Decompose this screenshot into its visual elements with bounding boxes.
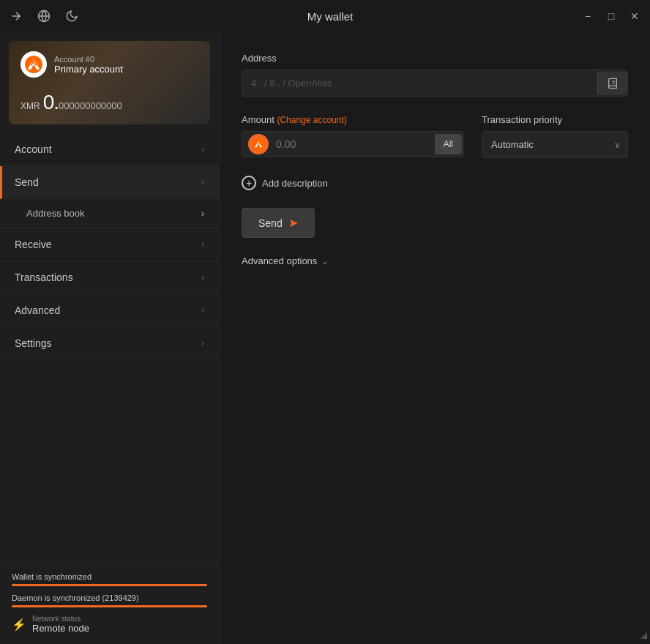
wallet-sync-label: Wallet is synchronized [12, 572, 207, 581]
amount-input-wrapper: All [242, 131, 464, 157]
globe-icon[interactable] [37, 9, 51, 23]
chevron-down-icon: ⌄ [321, 256, 329, 266]
send-nav-label: Send [15, 176, 39, 188]
daemon-sync-fill [12, 605, 207, 607]
network-status: ⚡ Network status Remote node [12, 615, 207, 634]
main-layout: Account #0 Primary account XMR0.00000000… [0, 32, 650, 644]
sidebar-item-account[interactable]: Account › [0, 133, 219, 166]
sidebar-item-settings[interactable]: Settings › [0, 327, 219, 360]
sidebar-item-send[interactable]: Send › [0, 166, 219, 199]
currency-label: XMR [20, 101, 40, 111]
daemon-sync-bar [12, 605, 207, 607]
advanced-options-label: Advanced options [242, 255, 317, 266]
window-controls: − □ ✕ [581, 10, 641, 23]
advanced-chevron-icon: › [201, 305, 204, 315]
advanced-nav-label: Advanced [15, 304, 60, 316]
sidebar-item-receive[interactable]: Receive › [0, 228, 219, 261]
receive-chevron-icon: › [201, 239, 204, 250]
wallet-sync-fill [12, 584, 207, 586]
balance-decimal: 000000000000 [59, 100, 122, 111]
priority-group: Transaction priority Automatic Low Mediu… [482, 114, 628, 158]
minimize-button[interactable]: − [581, 10, 594, 23]
titlebar-left-icons [9, 9, 79, 23]
network-status-label: Network status [32, 615, 89, 623]
titlebar: My wallet − □ ✕ [0, 0, 650, 32]
amount-priority-section: Amount (Change account) All Transact [242, 114, 628, 158]
priority-label: Transaction priority [482, 114, 628, 125]
amount-group: Amount (Change account) All [242, 114, 464, 157]
account-card-top: Account #0 Primary account [20, 51, 198, 78]
sidebar: Account #0 Primary account XMR0.00000000… [0, 32, 220, 644]
advanced-options-toggle[interactable]: Advanced options ⌄ [242, 255, 628, 266]
moon-icon[interactable] [64, 9, 79, 23]
monero-amount-icon [248, 134, 269, 154]
change-account-link[interactable]: (Change account) [277, 115, 346, 125]
address-book-nav-label: Address book [26, 208, 85, 219]
all-button[interactable]: All [435, 134, 462, 154]
window-title: My wallet [79, 10, 581, 23]
account-nav-label: Account [15, 143, 52, 155]
balance-integer: 0. [43, 91, 59, 113]
content-area: Address Amount (Change account) [220, 32, 650, 644]
account-balance: XMR0.000000000000 [20, 91, 198, 114]
account-chevron-icon: › [201, 144, 204, 154]
send-chevron-icon: › [201, 177, 204, 187]
svg-point-5 [252, 138, 265, 151]
account-name: Primary account [54, 64, 123, 75]
amount-label: Amount (Change account) [242, 114, 464, 125]
settings-nav-label: Settings [15, 337, 52, 349]
address-input-wrapper [242, 70, 628, 97]
send-button[interactable]: Send ➤ [242, 208, 315, 238]
transfer-icon[interactable] [9, 9, 23, 23]
account-card[interactable]: Account #0 Primary account XMR0.00000000… [9, 41, 210, 124]
network-text: Network status Remote node [32, 615, 89, 634]
send-button-label: Send [258, 217, 283, 229]
close-button[interactable]: ✕ [628, 10, 641, 23]
wallet-sync-bar [12, 584, 207, 586]
address-book-chevron-icon: › [201, 208, 204, 219]
daemon-sync-label: Daemon is synchronized (2139429) [12, 594, 207, 602]
amount-input[interactable] [269, 132, 435, 157]
sidebar-item-advanced[interactable]: Advanced › [0, 294, 219, 327]
sidebar-bottom: Wallet is synchronized Daemon is synchro… [0, 561, 219, 644]
sidebar-item-address-book[interactable]: Address book › [0, 199, 219, 228]
sidebar-item-transactions[interactable]: Transactions › [0, 261, 219, 294]
add-description-button[interactable]: + Add description [242, 176, 628, 190]
plus-icon: + [242, 176, 256, 190]
priority-select[interactable]: Automatic Low Medium High [482, 131, 628, 158]
priority-select-wrapper: Automatic Low Medium High [482, 131, 628, 158]
lightning-icon: ⚡ [12, 618, 26, 632]
account-number: Account #0 [54, 55, 123, 64]
maximize-button[interactable]: □ [605, 10, 618, 23]
receive-nav-label: Receive [15, 239, 52, 250]
send-arrow-icon: ➤ [288, 216, 298, 230]
nav-section: Account › Send › Address book › Receive … [0, 133, 219, 561]
resize-handle[interactable] [637, 629, 647, 641]
address-input[interactable] [242, 70, 597, 96]
settings-chevron-icon: › [201, 338, 204, 348]
transactions-nav-label: Transactions [15, 272, 73, 283]
transactions-chevron-icon: › [201, 272, 204, 282]
network-status-value: Remote node [32, 623, 89, 634]
address-book-button[interactable] [597, 72, 627, 95]
monero-logo [20, 51, 47, 78]
account-info: Account #0 Primary account [54, 55, 123, 75]
add-description-label: Add description [262, 178, 328, 189]
address-label: Address [242, 53, 628, 64]
